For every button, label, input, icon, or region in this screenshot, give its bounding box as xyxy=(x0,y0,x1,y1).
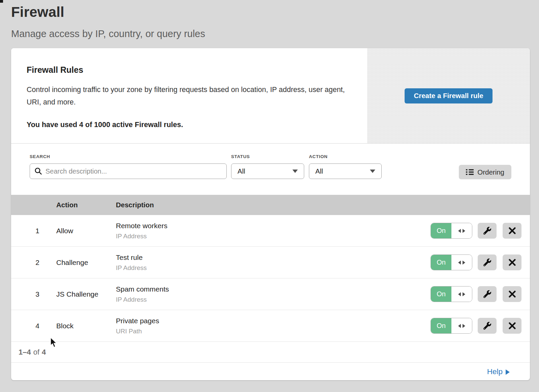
filters-bar: SEARCH STATUS All ACTION All xyxy=(11,143,530,195)
close-icon xyxy=(509,259,516,266)
pagination-range: 1–4 xyxy=(19,348,31,357)
rule-enabled-toggle[interactable]: On xyxy=(431,318,472,334)
toggle-arrows-icon xyxy=(451,287,472,302)
help-arrow-icon xyxy=(506,369,510,375)
rule-action: JS Challenge xyxy=(56,290,116,298)
rule-enabled-toggle[interactable]: On xyxy=(431,254,472,270)
rule-action: Allow xyxy=(56,227,116,235)
rule-description: Test rule xyxy=(116,253,419,262)
column-action: Action xyxy=(56,201,116,209)
wrench-icon xyxy=(483,259,491,266)
edit-rule-button[interactable] xyxy=(478,286,497,302)
pagination-status: 1–4 of 4 xyxy=(11,342,530,362)
table-row: 4 Block Private pages URI Path On xyxy=(11,310,530,342)
toggle-on-label: On xyxy=(431,223,451,238)
rules-heading: Firewall Rules xyxy=(27,65,352,75)
rule-priority: 2 xyxy=(19,259,56,267)
toggle-arrows-icon xyxy=(451,223,472,238)
screen-edge-artifact xyxy=(0,0,3,3)
card-top-section: Firewall Rules Control incoming traffic … xyxy=(11,48,530,143)
edit-rule-button[interactable] xyxy=(478,223,497,239)
status-select[interactable]: All xyxy=(231,163,304,179)
rules-description: Control incoming traffic to your zone by… xyxy=(27,84,347,109)
rule-match-type: URI Path xyxy=(116,328,419,335)
column-description: Description xyxy=(116,201,419,209)
rule-match-type: IP Address xyxy=(116,296,419,303)
search-label: SEARCH xyxy=(30,154,227,159)
delete-rule-button[interactable] xyxy=(503,318,521,334)
close-icon xyxy=(509,227,516,234)
create-firewall-rule-button[interactable]: Create a Firewall rule xyxy=(405,88,492,103)
status-label: STATUS xyxy=(231,154,304,159)
table-header: Action Description xyxy=(11,195,530,215)
toggle-on-label: On xyxy=(431,318,451,333)
status-select-value: All xyxy=(237,167,245,175)
toggle-on-label: On xyxy=(431,255,451,270)
edit-rule-button[interactable] xyxy=(478,254,497,270)
rule-action: Block xyxy=(56,322,116,330)
help-link-label: Help xyxy=(487,367,503,376)
toggle-arrows-icon xyxy=(451,318,472,333)
page-subtitle: Manage access by IP, country, or query r… xyxy=(11,28,539,39)
chevron-down-icon xyxy=(370,170,375,173)
table-row: 3 JS Challenge Spam comments IP Address … xyxy=(11,278,530,310)
close-icon xyxy=(509,322,516,329)
page-title: Firewall xyxy=(11,4,539,20)
ordering-button[interactable]: Ordering xyxy=(459,165,511,179)
rule-enabled-toggle[interactable]: On xyxy=(431,223,472,239)
edit-rule-button[interactable] xyxy=(478,318,497,334)
search-icon xyxy=(34,167,42,175)
delete-rule-button[interactable] xyxy=(503,254,521,270)
help-link[interactable]: Help xyxy=(487,367,510,376)
rule-priority: 3 xyxy=(19,290,56,298)
action-select[interactable]: All xyxy=(309,163,382,179)
rule-description: Private pages xyxy=(116,317,419,325)
wrench-icon xyxy=(483,227,491,235)
rule-priority: 1 xyxy=(19,227,56,235)
chevron-down-icon xyxy=(292,170,298,173)
rules-intro: Firewall Rules Control incoming traffic … xyxy=(11,48,367,143)
rule-enabled-toggle[interactable]: On xyxy=(431,286,472,302)
pagination-separator: of xyxy=(33,348,39,357)
wrench-icon xyxy=(483,290,491,298)
ordering-button-label: Ordering xyxy=(477,168,504,176)
wrench-icon xyxy=(483,322,491,330)
pagination-total: 4 xyxy=(42,348,46,357)
toggle-on-label: On xyxy=(431,287,451,302)
delete-rule-button[interactable] xyxy=(503,286,521,302)
rule-description: Remote workers xyxy=(116,222,419,230)
firewall-rules-card: Firewall Rules Control incoming traffic … xyxy=(11,48,530,380)
rule-action: Challenge xyxy=(56,259,116,267)
close-icon xyxy=(509,291,516,298)
table-row: 1 Allow Remote workers IP Address On xyxy=(11,215,530,247)
create-rule-panel: Create a Firewall rule xyxy=(367,48,530,143)
table-row: 2 Challenge Test rule IP Address On xyxy=(11,247,530,278)
card-footer: Help xyxy=(11,362,530,380)
action-select-value: All xyxy=(315,167,323,175)
search-input[interactable] xyxy=(30,163,227,179)
rule-description: Spam comments xyxy=(116,285,419,293)
rules-usage-count: You have used 4 of 1000 active Firewall … xyxy=(27,121,352,129)
page-header: Firewall Manage access by IP, country, o… xyxy=(0,0,539,39)
rule-match-type: IP Address xyxy=(116,264,419,272)
rule-priority: 4 xyxy=(19,322,56,330)
rule-match-type: IP Address xyxy=(116,233,419,240)
delete-rule-button[interactable] xyxy=(503,223,521,239)
toggle-arrows-icon xyxy=(451,255,472,270)
list-icon xyxy=(466,169,474,175)
action-label: ACTION xyxy=(309,154,382,159)
